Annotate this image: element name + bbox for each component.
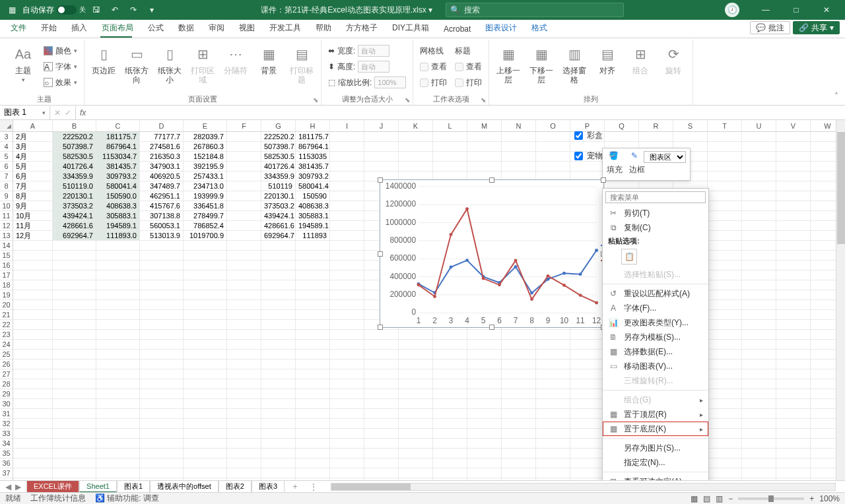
cell[interactable] [330, 251, 364, 260]
cell[interactable] [364, 142, 399, 151]
cell[interactable] [227, 379, 261, 389]
ctx-reset[interactable]: ↺重设以匹配样式(A) [603, 286, 708, 301]
cell[interactable] [502, 429, 536, 438]
tab-fang[interactable]: 方方格子 [339, 19, 384, 38]
cell[interactable] [96, 389, 140, 398]
cell[interactable] [536, 350, 570, 359]
cell[interactable] [330, 320, 364, 329]
cell[interactable] [742, 439, 776, 448]
cell[interactable] [330, 379, 364, 389]
cell[interactable] [708, 162, 742, 171]
cell[interactable] [742, 211, 776, 220]
cell[interactable] [399, 409, 433, 418]
maximize-button[interactable]: □ [782, 0, 811, 20]
cell[interactable]: 381435.7 [96, 162, 140, 171]
cell[interactable] [776, 241, 811, 250]
cell[interactable]: 1153034.7 [96, 152, 140, 161]
cell[interactable] [433, 458, 467, 468]
cell[interactable] [330, 290, 364, 299]
cell[interactable]: 373503.2 [53, 201, 96, 210]
cell[interactable] [742, 409, 776, 418]
cell[interactable] [708, 330, 742, 339]
cell[interactable] [53, 449, 96, 458]
col-header[interactable]: U [742, 120, 776, 131]
cell[interactable] [502, 389, 536, 398]
cell[interactable] [261, 320, 296, 329]
cell[interactable] [742, 468, 776, 478]
cell[interactable] [467, 399, 502, 408]
cell[interactable]: 4月 [13, 152, 53, 161]
cell[interactable]: 309793.2 [96, 172, 140, 181]
cell[interactable] [399, 449, 433, 458]
col-header[interactable]: H [296, 120, 330, 131]
cell[interactable] [776, 389, 811, 398]
user-avatar[interactable]: 🕗 [725, 3, 739, 17]
cell[interactable] [184, 290, 227, 299]
view-normal-icon[interactable]: ▦ [691, 494, 698, 503]
cell[interactable] [296, 310, 330, 319]
cell[interactable] [261, 379, 296, 389]
toggle-switch[interactable] [57, 5, 77, 15]
row-header[interactable]: 5 [0, 152, 13, 162]
cell[interactable] [570, 360, 605, 369]
cell[interactable] [502, 419, 536, 428]
cell[interactable] [399, 458, 433, 468]
col-header[interactable]: V [776, 120, 811, 131]
theme-colors-button[interactable]: 颜色▾ [41, 44, 80, 58]
cell[interactable] [261, 310, 296, 319]
cell[interactable] [570, 449, 605, 458]
scale-launcher[interactable]: ⬊ [403, 96, 411, 104]
cell[interactable] [296, 369, 330, 379]
cell[interactable] [776, 290, 811, 299]
cell[interactable] [330, 419, 364, 428]
cell[interactable] [53, 369, 96, 379]
cell[interactable] [296, 468, 330, 478]
cell[interactable] [467, 449, 502, 458]
row-header[interactable]: 21 [0, 310, 13, 320]
cell[interactable] [433, 389, 467, 398]
cell[interactable] [140, 300, 184, 309]
cell[interactable] [184, 439, 227, 448]
cell[interactable] [330, 468, 364, 478]
cell[interactable] [227, 181, 261, 191]
cell[interactable] [570, 468, 605, 478]
ctx-save-pic[interactable]: 另存为图片(S)... [603, 441, 708, 455]
cell[interactable] [708, 360, 742, 369]
cell[interactable] [53, 429, 96, 438]
col-header[interactable]: M [467, 120, 502, 131]
cell[interactable] [536, 162, 570, 171]
cell[interactable] [13, 241, 53, 250]
cell[interactable] [502, 360, 536, 369]
cell[interactable] [330, 369, 364, 379]
cell[interactable] [96, 280, 140, 290]
cell[interactable] [433, 399, 467, 408]
cell[interactable]: 220130.1 [53, 191, 96, 201]
cell[interactable] [13, 320, 53, 329]
cell[interactable] [364, 458, 399, 468]
cell[interactable] [742, 290, 776, 299]
cell[interactable] [140, 280, 184, 290]
cell[interactable]: 401726.4 [53, 162, 96, 171]
cell[interactable] [502, 379, 536, 389]
autosave-toggle[interactable]: 自动保存 关 [22, 5, 86, 16]
cell[interactable] [433, 330, 467, 339]
cell[interactable] [433, 350, 467, 359]
cell[interactable] [742, 310, 776, 319]
cell[interactable] [467, 458, 502, 468]
cell[interactable] [399, 340, 433, 349]
cell[interactable] [536, 369, 570, 379]
minimize-button[interactable]: — [751, 0, 780, 20]
cell[interactable] [53, 270, 96, 280]
cell[interactable] [776, 409, 811, 418]
cell[interactable] [570, 379, 605, 389]
cell[interactable] [467, 162, 502, 171]
cell[interactable] [140, 399, 184, 408]
ctx-assign-macro[interactable]: 指定宏(N)... [603, 455, 708, 470]
cell[interactable] [13, 379, 53, 389]
cell[interactable]: 1019700.9 [184, 231, 227, 240]
cell[interactable] [227, 172, 261, 181]
cell[interactable]: 510119 [261, 181, 296, 191]
col-header[interactable]: K [399, 120, 433, 131]
cell[interactable] [364, 152, 399, 161]
cell[interactable] [96, 429, 140, 438]
